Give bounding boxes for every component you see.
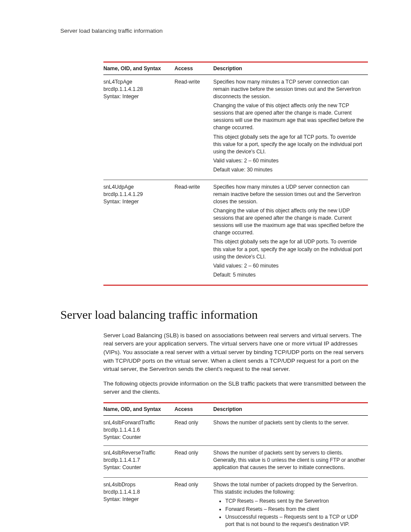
desc-para: Specifies how many minutes a TCP server …: [213, 78, 365, 100]
desc-para: Changing the value of this object affect…: [213, 207, 365, 236]
mib-name: snL4slbForwardTraffic: [103, 419, 172, 426]
table-row: snL4TcpAge brcdIp.1.1.4.1.28 Syntax: Int…: [103, 75, 368, 180]
desc-bullet: Forward Resets – Resets from the client: [225, 506, 365, 513]
table-row: snL4slbReverseTraffic brcdIp.1.1.4.1.7 S…: [103, 446, 368, 478]
mib-access: Read-write: [174, 180, 213, 285]
mib-name: snL4slbReverseTraffic: [103, 449, 172, 457]
mib-oid: brcdIp.1.1.4.1.28: [103, 86, 172, 93]
page-header: Server load balancing traffic informatio…: [60, 28, 368, 34]
table-row: snL4slbForwardTraffic brcdIp.1.1.4.1.6 S…: [103, 415, 368, 445]
mib-syntax: Syntax: Integer: [103, 93, 172, 100]
col-header-access: Access: [174, 403, 213, 416]
intro-para: The following objects provide informatio…: [103, 380, 368, 396]
desc-para: Default: 5 minutes: [213, 271, 365, 279]
desc-para: Specifies how many minutes a UDP server …: [213, 184, 365, 205]
mib-access: Read only: [174, 478, 213, 532]
mib-access: Read only: [174, 446, 213, 478]
desc-bullet: TCP Resets – Resets sent by the ServerIr…: [225, 498, 365, 504]
mib-name: snL4slbDrops: [103, 481, 172, 488]
mib-table-slb-traffic: Name, OID, and Syntax Access Description…: [103, 402, 368, 532]
mib-access: Read only: [174, 415, 213, 445]
desc-bullet-list: TCP Resets – Resets sent by the ServerIr…: [213, 498, 365, 528]
mib-name: snL4TcpAge: [103, 78, 172, 86]
col-header-access: Access: [174, 62, 213, 75]
mib-access: Read-write: [174, 75, 213, 180]
desc-bullet: Unsuccessful requests – Requests sent to…: [225, 513, 365, 528]
mib-oid: brcdIp.1.1.4.1.7: [103, 457, 172, 464]
col-header-name: Name, OID, and Syntax: [103, 403, 174, 416]
desc-para: Shows the number of packets sent by serv…: [213, 449, 365, 471]
desc-para: Valid values: 2 – 60 minutes: [213, 262, 365, 270]
col-header-name: Name, OID, and Syntax: [103, 62, 174, 75]
mib-syntax: Syntax: Counter: [103, 434, 172, 441]
mib-table-session-age: Name, OID, and Syntax Access Description…: [103, 62, 368, 286]
mib-oid: brcdIp.1.1.4.1.8: [103, 488, 172, 496]
table-row: snL4slbDrops brcdIp.1.1.4.1.8 Syntax: In…: [103, 478, 368, 532]
table-row: snL4UdpAge brcdIp.1.1.4.1.29 Syntax: Int…: [103, 180, 368, 285]
mib-syntax: Syntax: Integer: [103, 198, 172, 205]
desc-para: Shows the number of packets sent by clie…: [213, 419, 365, 426]
desc-para: This object globally sets the age for al…: [213, 134, 365, 156]
intro-para: Server Load Balancing (SLB) is based on …: [103, 331, 368, 373]
mib-syntax: Syntax: Counter: [103, 464, 172, 471]
col-header-description: Description: [213, 403, 368, 416]
desc-para: Valid values: 2 – 60 minutes: [213, 157, 365, 165]
section-heading: Server load balancing traffic informatio…: [60, 308, 368, 322]
mib-name: snL4UdpAge: [103, 184, 172, 191]
mib-oid: brcdIp.1.1.4.1.29: [103, 191, 172, 198]
mib-syntax: Syntax: Integer: [103, 496, 172, 503]
mib-oid: brcdIp.1.1.4.1.6: [103, 426, 172, 434]
desc-para: Changing the value of this object affect…: [213, 102, 365, 131]
desc-para: This object globally sets the age for al…: [213, 238, 365, 260]
desc-para: Default value: 30 minutes: [213, 166, 365, 174]
col-header-description: Description: [213, 62, 368, 75]
desc-para: Shows the total number of packets droppe…: [213, 481, 365, 496]
